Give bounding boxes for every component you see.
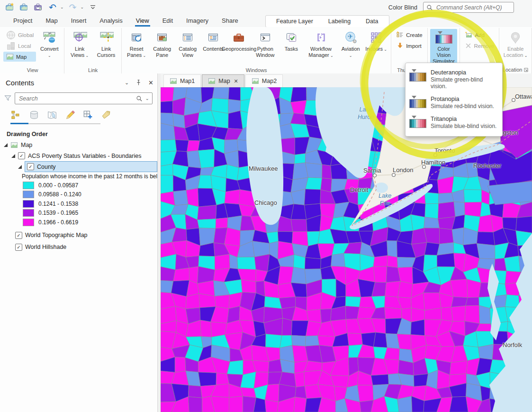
tree-item-topographic[interactable]: ✓ World Topographic Map (0, 230, 157, 241)
customize-toolbar-button[interactable] (88, 2, 98, 12)
ribbon-tab-insert[interactable]: Insert (64, 15, 93, 27)
geoprocessing-button[interactable]: Geoprocessing (226, 29, 252, 53)
legend-swatch[interactable] (23, 219, 34, 226)
tab-drawing-order[interactable] (10, 110, 22, 120)
contents-search[interactable]: ⌄ (15, 92, 153, 104)
indoors-button[interactable]: ⚙Indoors ⌄ (364, 29, 388, 53)
add-button[interactable]: Add (462, 30, 496, 40)
legend-row[interactable]: 0.000 - 0.09587 (23, 181, 157, 190)
legend-swatch[interactable] (23, 200, 34, 208)
ribbon-tab-share[interactable]: Share (215, 15, 245, 27)
tree-item-hillshade[interactable]: ✓ World Hillshade (0, 242, 157, 253)
workflow-manager-icon (315, 30, 327, 45)
open-project-button[interactable] (19, 2, 29, 12)
ribbon-tab-analysis[interactable]: Analysis (93, 15, 129, 27)
map-button[interactable]: Map (3, 52, 36, 62)
contents-window-icon (207, 30, 219, 45)
color-strip-icon (409, 96, 426, 108)
reset-panes-button[interactable]: Reset Panes ⌄ (124, 29, 149, 59)
undo-chevron-icon[interactable]: ⌄ (60, 5, 64, 9)
legend-swatch[interactable] (23, 191, 34, 198)
map-tab-map1[interactable]: Map1 (163, 74, 201, 87)
contextual-tab-labeling[interactable]: Labeling (321, 17, 358, 26)
legend-swatch[interactable] (23, 182, 34, 189)
command-search-input[interactable] (435, 4, 511, 11)
button-label: Reset Panes ⌄ (126, 46, 147, 58)
command-search[interactable] (423, 2, 514, 13)
color-strip-icon (409, 116, 426, 128)
contextual-tab-data[interactable]: Data (358, 17, 386, 26)
tab-selection[interactable] (46, 110, 58, 120)
ribbon-tab-view[interactable]: View (129, 15, 156, 27)
layer-checkbox[interactable]: ✓ (15, 232, 22, 239)
local-button: Local (3, 41, 36, 51)
expand-triangle-icon[interactable] (4, 143, 8, 147)
aviation-button[interactable]: ✈⚙Aviation ⌄ (338, 29, 363, 59)
menu-item-deuteranopia[interactable]: DeuteranopiaSimulate green-blind vision. (406, 66, 502, 93)
pane-menu-chevron-icon[interactable]: ⌄ (125, 80, 129, 86)
menu-item-title: Protanopia (431, 96, 494, 102)
tasks-button[interactable]: Tasks (279, 29, 304, 53)
create-button[interactable]: Create (394, 30, 425, 40)
import-button[interactable]: Import (394, 41, 425, 51)
ribbon-tab-map[interactable]: Map (39, 15, 64, 27)
tab-editing[interactable] (64, 110, 76, 120)
link-cursors-button[interactable]: Link Cursors (93, 29, 119, 59)
map-tab-map[interactable]: Map✕ (202, 74, 244, 87)
tab-data-source[interactable] (28, 110, 40, 120)
enable-location-icon (509, 30, 522, 45)
catalog-view-button[interactable]: Catalog View (175, 29, 200, 59)
expand-triangle-icon[interactable] (11, 154, 15, 158)
map-label-london: London (393, 166, 413, 174)
legend-row[interactable]: 0.09588 - 0.1240 (23, 190, 157, 200)
search-chevron-icon[interactable]: ⌄ (145, 96, 149, 101)
convert-button[interactable]: Convert ⌄ (37, 29, 62, 59)
customize-toolbar-icon (88, 2, 98, 12)
close-tab-icon[interactable]: ✕ (234, 78, 238, 84)
ribbon-tab-edit[interactable]: Edit (156, 15, 180, 27)
reset-panes-icon (130, 30, 143, 45)
tab-labeling[interactable] (100, 110, 112, 120)
filter-funnel-icon[interactable] (4, 94, 12, 102)
tree-item-county[interactable]: ✓ County (0, 161, 157, 172)
ribbon-tab-project[interactable]: Project (7, 15, 39, 27)
legend-label: 0.1241 - 0.1538 (38, 201, 78, 207)
globe-icon (6, 30, 16, 40)
map-label-lake-erie: LakeErie (379, 192, 391, 207)
expand-triangle-icon[interactable] (18, 165, 22, 169)
layer-checkbox[interactable]: ✓ (15, 244, 22, 251)
menu-item-protanopia[interactable]: ProtanopiaSimulate red-blind vision. (406, 93, 502, 113)
selection-map-icon (47, 110, 57, 120)
tree-item-group-layer[interactable]: ✓ ACS Poverty Status Variables - Boundar… (0, 150, 157, 161)
layer-checkbox[interactable]: ✓ (27, 163, 34, 170)
undo-button[interactable]: ↶ (47, 2, 58, 12)
legend-swatch[interactable] (23, 209, 34, 217)
dialog-launcher-icon[interactable] (524, 67, 528, 73)
tab-snapping[interactable] (82, 110, 94, 120)
pane-pin-icon[interactable] (135, 79, 142, 86)
link-views-button[interactable]: Link Views ⌄ (67, 29, 92, 59)
python-window-button[interactable]: Python Window (252, 29, 278, 59)
legend-row[interactable]: 0.1241 - 0.1538 (23, 199, 157, 209)
redo-button[interactable]: ↷ (68, 2, 78, 12)
contextual-tab-feature-layer[interactable]: Feature Layer (269, 17, 321, 26)
workflow-manager-button[interactable]: Workflow Manager ⌄ (305, 29, 337, 59)
ribbon-tab-imagery[interactable]: Imagery (180, 15, 215, 27)
legend-row[interactable]: 0.1539 - 0.1965 (23, 209, 157, 218)
new-project-button[interactable] (5, 2, 15, 12)
save-project-button[interactable] (33, 2, 44, 12)
redo-chevron-icon[interactable]: ⌄ (81, 5, 84, 9)
catalog-pane-icon (156, 30, 168, 45)
color-strip-icon (409, 69, 426, 82)
layer-checkbox[interactable]: ✓ (18, 152, 25, 159)
legend-row[interactable]: 0.1966 - 0.6619 (23, 218, 157, 227)
contents-search-input[interactable] (18, 95, 133, 102)
menu-item-tritanopia[interactable]: TritanopiaSimulate blue-blind vision. (406, 113, 502, 133)
pane-title: Contents (6, 79, 125, 87)
map-tab-map2[interactable]: Map2 (245, 74, 283, 87)
drawing-order-icon (11, 110, 21, 120)
catalog-pane-button[interactable]: Catalog Pane (150, 29, 174, 59)
pane-close-icon[interactable]: ✕ (148, 79, 153, 86)
color-blind-label: Color Blind (388, 4, 417, 11)
tree-item-map[interactable]: Map (0, 139, 157, 150)
